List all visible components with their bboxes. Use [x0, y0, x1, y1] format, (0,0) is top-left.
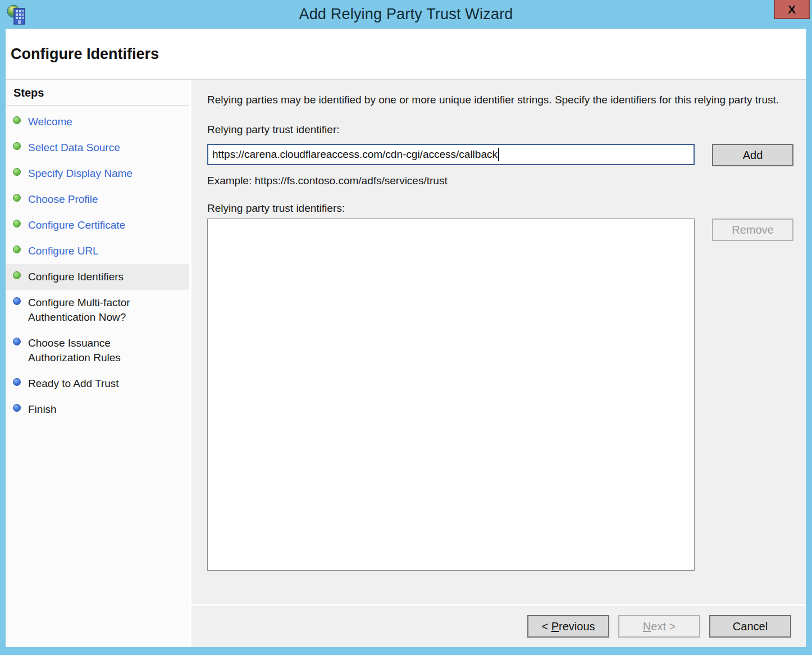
step-bullet-icon: [13, 245, 21, 253]
identifiers-listbox[interactable]: [207, 219, 695, 571]
remove-button[interactable]: Remove: [712, 219, 793, 241]
step-bullet-icon: [13, 404, 21, 412]
step-choose-issuance-authorization-rules[interactable]: Choose Issuance Authorization Rules: [6, 330, 189, 371]
step-configure-multi-factor-authentication-now[interactable]: Configure Multi-factor Authentication No…: [6, 290, 189, 330]
step-bullet-icon: [13, 194, 21, 202]
client-area: Configure Identifiers Steps Welcome Sele…: [6, 29, 806, 647]
next-button[interactable]: Next >: [618, 615, 700, 638]
titlebar: Add Relying Party Trust Wizard X: [0, 0, 812, 29]
window-title: Add Relying Party Trust Wizard: [0, 0, 812, 29]
steps-heading: Steps: [6, 85, 189, 106]
step-bullet-icon: [13, 271, 21, 279]
step-bullet-icon: [13, 338, 21, 345]
step-bullet-icon: [13, 297, 21, 305]
identifier-input-value: https://carena.cloudflareaccess.com/cdn-…: [212, 148, 498, 161]
text-caret: [498, 148, 499, 161]
step-ready-to-add-trust[interactable]: Ready to Add Trust: [6, 371, 189, 397]
footer-bar: < Previous Next > Cancel: [191, 604, 806, 647]
cancel-button[interactable]: Cancel: [709, 615, 791, 638]
close-button[interactable]: X: [774, 0, 810, 19]
step-configure-certificate[interactable]: Configure Certificate: [6, 212, 189, 238]
identifier-label: Relying party trust identifier:: [207, 124, 793, 136]
add-button[interactable]: Add: [712, 144, 793, 166]
content-pane: Relying parties may be identified by one…: [191, 80, 806, 647]
step-configure-url[interactable]: Configure URL: [6, 238, 189, 264]
close-icon: X: [788, 3, 796, 15]
step-welcome[interactable]: Welcome: [6, 109, 189, 135]
page-title: Configure Identifiers: [11, 46, 159, 63]
header-band: Configure Identifiers: [6, 29, 806, 80]
step-specify-display-name[interactable]: Specify Display Name: [6, 161, 189, 187]
steps-sidebar: Steps Welcome Select Data Source Specify…: [6, 80, 191, 647]
previous-button[interactable]: < Previous: [527, 615, 609, 638]
step-bullet-icon: [13, 220, 21, 228]
step-select-data-source[interactable]: Select Data Source: [6, 135, 189, 161]
step-configure-identifiers[interactable]: Configure Identifiers: [6, 264, 189, 290]
step-bullet-icon: [13, 168, 21, 176]
step-choose-profile[interactable]: Choose Profile: [6, 187, 189, 212]
step-finish[interactable]: Finish: [6, 397, 189, 422]
step-bullet-icon: [13, 116, 21, 124]
step-bullet-icon: [13, 142, 21, 150]
wizard-window: Add Relying Party Trust Wizard X Configu…: [0, 0, 812, 655]
steps-list: Welcome Select Data Source Specify Displ…: [6, 109, 189, 422]
step-bullet-icon: [13, 378, 21, 386]
intro-text: Relying parties may be identified by one…: [207, 92, 781, 108]
identifiers-list-label: Relying party trust identifiers:: [207, 202, 793, 215]
identifier-input[interactable]: https://carena.cloudflareaccess.com/cdn-…: [207, 144, 695, 165]
example-text: Example: https://fs.contoso.com/adfs/ser…: [207, 175, 793, 187]
